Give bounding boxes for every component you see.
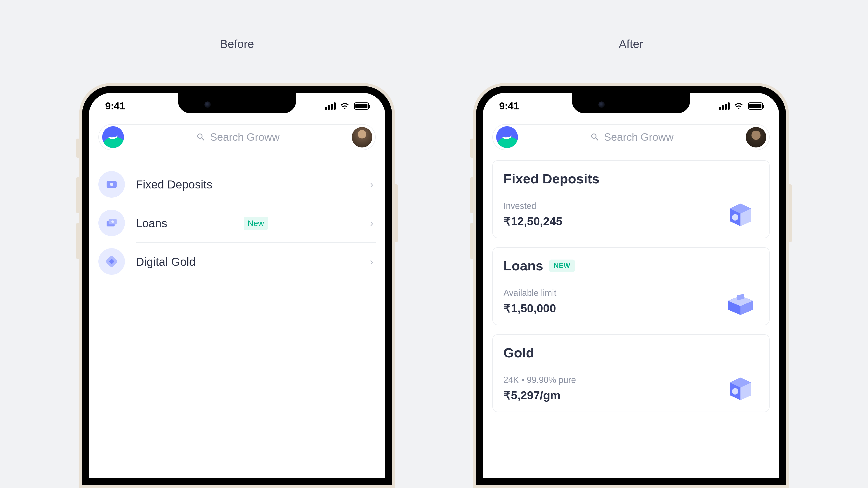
- loans-icon: [98, 210, 125, 236]
- phone-before: 9:41 Search Groww: [79, 83, 395, 488]
- card-value: ₹1,50,000: [503, 301, 758, 315]
- avatar[interactable]: [352, 127, 372, 148]
- list-item-digital-gold[interactable]: Digital Gold ›: [98, 242, 376, 281]
- list-item-label: Loans: [136, 217, 238, 230]
- search-placeholder-text: Search Groww: [210, 131, 280, 143]
- search-icon: [590, 132, 600, 142]
- product-list: Fixed Deposits › Loans New ›: [98, 165, 376, 281]
- battery-icon: [354, 102, 369, 110]
- list-item-loans[interactable]: Loans New ›: [98, 204, 376, 242]
- label-after: After: [619, 37, 643, 51]
- list-item-fixed-deposits[interactable]: Fixed Deposits ›: [98, 165, 376, 204]
- signal-icon: [719, 102, 730, 110]
- safe-illustration-icon: [722, 201, 758, 228]
- notch: [572, 93, 690, 113]
- status-time: 9:41: [499, 100, 519, 112]
- svg-point-7: [732, 214, 738, 221]
- signal-icon: [325, 102, 336, 110]
- card-title: Loans: [503, 258, 543, 273]
- card-title: Fixed Deposits: [503, 171, 599, 187]
- wifi-icon: [734, 102, 744, 110]
- status-time: 9:41: [105, 100, 125, 112]
- card-value: ₹5,297/gm: [503, 388, 758, 402]
- new-badge: New: [244, 217, 268, 230]
- product-cards: Fixed Deposits Invested ₹12,50,245: [492, 160, 770, 412]
- card-loans[interactable]: Loans NEW Available limit ₹1,50,000: [492, 247, 770, 325]
- chevron-right-icon: ›: [370, 218, 373, 229]
- notch: [178, 93, 296, 113]
- box-illustration-icon: [722, 289, 758, 315]
- safe-illustration-icon: [722, 376, 758, 402]
- avatar[interactable]: [746, 127, 766, 148]
- deposit-icon: [98, 171, 125, 198]
- new-badge: NEW: [549, 260, 575, 272]
- search-bar[interactable]: Search Groww: [492, 124, 770, 150]
- gold-icon: [98, 248, 125, 275]
- list-item-label: Digital Gold: [136, 255, 370, 268]
- card-title: Gold: [503, 345, 534, 360]
- search-input[interactable]: Search Groww: [129, 131, 347, 143]
- svg-point-1: [110, 183, 113, 186]
- comparison-canvas: Before After 9:41: [0, 0, 868, 488]
- battery-icon: [748, 102, 763, 110]
- search-icon: [196, 132, 206, 142]
- list-item-label: Fixed Deposits: [136, 178, 370, 191]
- phone-after: 9:41 Search Groww: [473, 83, 789, 488]
- card-sublabel: 24K • 99.90% pure: [503, 375, 758, 385]
- app-logo-icon: [102, 126, 124, 148]
- card-sublabel: Available limit: [503, 288, 758, 298]
- svg-point-4: [112, 221, 114, 223]
- app-logo-icon: [496, 126, 518, 148]
- wifi-icon: [340, 102, 350, 110]
- card-fixed-deposits[interactable]: Fixed Deposits Invested ₹12,50,245: [492, 160, 770, 238]
- chevron-right-icon: ›: [370, 256, 373, 267]
- search-placeholder-text: Search Groww: [604, 131, 674, 143]
- search-bar[interactable]: Search Groww: [98, 124, 376, 150]
- card-gold[interactable]: Gold 24K • 99.90% pure ₹5,297/gm: [492, 334, 770, 412]
- chevron-right-icon: ›: [370, 179, 373, 190]
- card-value: ₹12,50,245: [503, 215, 758, 228]
- search-input[interactable]: Search Groww: [523, 131, 741, 143]
- label-before: Before: [220, 37, 254, 51]
- card-sublabel: Invested: [503, 201, 758, 211]
- svg-point-8: [732, 388, 738, 394]
